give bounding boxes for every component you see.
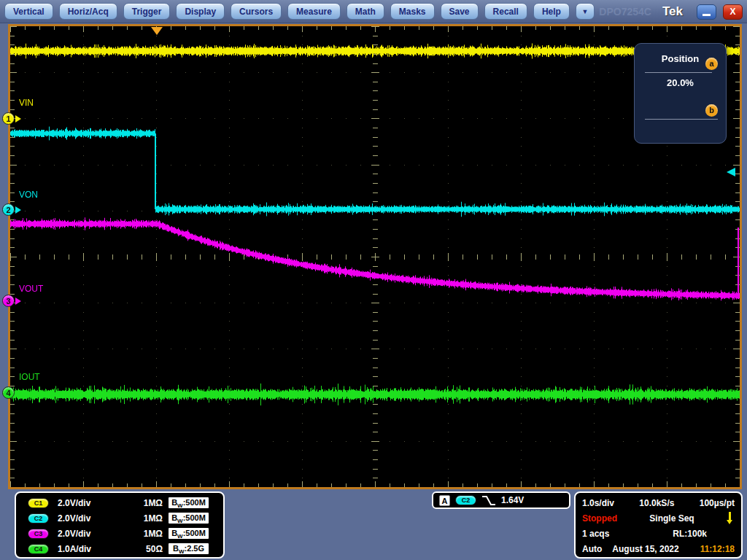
channel-impedance: 50Ω [146,544,163,554]
channel-scale: 1.0A/div [58,544,91,554]
bandwidth-box[interactable]: BW:500M [169,497,209,508]
channel-readout-panel: C12.0V/div1MΩBW:500MC22.0V/div1MΩBW:500M… [15,491,225,559]
waveform-arrow-icon [727,512,733,525]
channel-readout-row-c2: C22.0V/div1MΩBW:500M [16,510,223,526]
window-controls: DPO7254C Tek X [599,0,743,23]
model-watermark: DPO7254C [599,6,651,18]
tek-logo: Tek [662,4,683,19]
menu-button-masks[interactable]: Masks [390,3,435,20]
acq-state-readout: Stopped [582,513,617,524]
trigger-mode-readout: Auto [582,544,602,554]
date-readout: August 15, 2022 [612,544,678,554]
close-button[interactable]: X [723,4,743,20]
waveform-display [10,26,740,487]
timebase-readout: 1.0s/div [582,498,614,508]
menu-button-math[interactable]: Math [347,3,384,20]
bandwidth-box[interactable]: BW:2.5G [169,543,209,554]
knob-a-badge[interactable]: a [705,58,718,70]
menu-button-trigger[interactable]: Trigger [123,3,171,20]
menu-button-recall[interactable]: Recall [484,3,527,20]
menu-button-help[interactable]: Help [533,3,570,20]
resolution-readout: 100µs/pt [700,498,735,508]
graticule-frame [8,24,742,489]
channel-pill-c4[interactable]: C4 [28,544,49,554]
menu-button-cursors[interactable]: Cursors [231,3,282,20]
channel-impedance: 1MΩ [144,513,163,524]
menu-button-save[interactable]: Save [441,3,479,20]
popup-divider [645,119,718,120]
trigger-readout-panel[interactable]: A C2 1.64V [432,491,570,509]
menu-button-horiz-acq[interactable]: Horiz/Acq [59,3,117,20]
channel-scale: 2.0V/div [58,513,90,524]
acq-mode-readout: Single Seq [649,513,694,524]
menu-button-measure[interactable]: Measure [287,3,341,20]
position-value: 20.0% [635,77,726,88]
knob-b-badge[interactable]: b [705,104,718,117]
time-readout: 11:12:18 [700,544,735,554]
menu-button-group: VerticalHoriz/AcqTriggerDisplayCursorsMe… [0,3,595,20]
channel-pill-c2[interactable]: C2 [28,513,49,524]
falling-edge-icon [481,495,496,506]
channel-impedance: 1MΩ [144,529,163,539]
channel-scale: 2.0V/div [58,498,90,508]
bandwidth-box[interactable]: BW:500M [169,513,209,524]
channel-readout-row-c3: C32.0V/div1MΩBW:500M [16,526,223,541]
popup-divider [645,72,712,73]
acquisition-status-panel: 1.0s/div 10.0kS/s 100µs/pt Stopped Singl… [574,491,743,559]
menu-overflow-button[interactable]: ▼ [576,3,595,20]
position-popup: Position a 20.0% b [634,43,727,144]
trigger-level-readout: 1.64V [501,495,524,505]
minimize-icon [703,14,711,16]
bandwidth-box[interactable]: BW:500M [169,528,209,539]
channel-pill-c1[interactable]: C1 [28,498,49,508]
menu-button-vertical[interactable]: Vertical [4,3,53,20]
channel-impedance: 1MΩ [144,498,163,508]
trigger-a-box: A [439,495,450,506]
channel-readout-row-c4: C41.0A/div50ΩBW:2.5G [16,541,223,556]
channel-pill-c3[interactable]: C3 [28,529,49,539]
sample-rate-readout: 10.0kS/s [639,498,674,508]
trigger-source-pill: C2 [455,495,476,505]
channel-readout-row-c1: C12.0V/div1MΩBW:500M [16,495,223,510]
menu-button-display[interactable]: Display [176,3,225,20]
menu-bar: VerticalHoriz/AcqTriggerDisplayCursorsMe… [0,0,747,23]
minimize-button[interactable] [697,4,716,20]
record-length-readout: RL:100k [673,529,707,539]
channel-scale: 2.0V/div [58,529,90,539]
acq-count-readout: 1 acqs [582,529,609,539]
